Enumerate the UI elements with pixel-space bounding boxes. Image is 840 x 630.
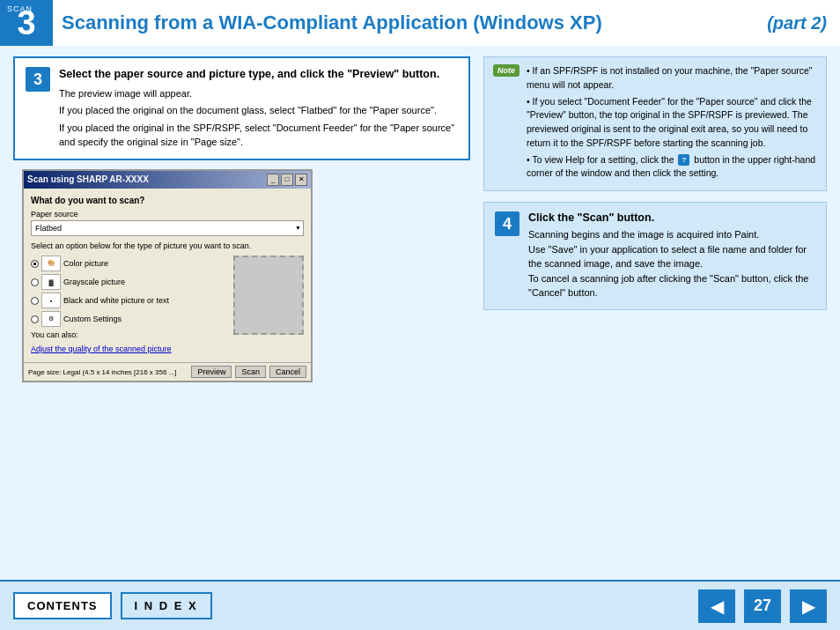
- custom-icon: ⚙: [41, 311, 61, 327]
- scan-options-list: 🎨 Color picture ▓ Grayscale picture ▪ Bl…: [31, 256, 228, 355]
- radio-color[interactable]: [31, 260, 39, 268]
- header-title-area: Scanning from a WIA-Compliant Applicatio…: [53, 0, 840, 46]
- help-icon: ?: [678, 154, 689, 166]
- step3-para2: If you placed the original on the docume…: [59, 103, 458, 118]
- adjust-quality-link[interactable]: Adjust the quality of the scanned pictur…: [31, 345, 172, 353]
- scan-options: 🎨 Color picture ▓ Grayscale picture ▪ Bl…: [31, 256, 304, 355]
- note-bullet-2: If you select "Document Feeder" for the …: [527, 95, 817, 151]
- note-bullet-3: To view Help for a setting, click the ? …: [527, 153, 817, 182]
- screenshot-body: What do you want to scan? Paper source F…: [24, 189, 311, 363]
- step3-para3: If you placed the original in the SPF/RS…: [59, 121, 458, 150]
- win-minimize-btn[interactable]: _: [267, 174, 279, 186]
- step4-badge: 4: [495, 211, 519, 236]
- scan-btn[interactable]: Scan: [235, 366, 266, 378]
- next-page-button[interactable]: ▶: [790, 589, 827, 623]
- note-content: If an SPF/RSPF is not installed on your …: [527, 64, 817, 183]
- step4-para1: Scanning begins and the image is acquire…: [528, 227, 815, 242]
- note-bullet-1: If an SPF/RSPF is not installed on your …: [527, 64, 817, 93]
- chapter-label: SCAN: [7, 4, 33, 13]
- preview-btn[interactable]: Preview: [191, 366, 232, 378]
- left-panel: 3 Select the paper source and picture ty…: [13, 56, 470, 569]
- you-can-also: You can also:: [31, 330, 228, 339]
- step3-box: 3 Select the paper source and picture ty…: [13, 56, 470, 160]
- prev-page-button[interactable]: ◀: [698, 589, 735, 623]
- page-footer: CONTENTS I N D E X ◀ 27 ▶: [0, 580, 840, 630]
- right-panel: Note If an SPF/RSPF is not installed on …: [483, 56, 827, 569]
- paper-source-label: Paper source: [31, 210, 304, 219]
- page-title: Scanning from a WIA-Compliant Applicatio…: [62, 11, 602, 34]
- win-close-btn[interactable]: ✕: [295, 174, 307, 186]
- step3-title: Select the paper source and picture type…: [59, 67, 458, 83]
- note-badge: Note: [493, 64, 519, 77]
- next-arrow-icon: ▶: [802, 596, 815, 617]
- step4-title: Click the "Scan" button.: [528, 211, 815, 224]
- page-size-text: Page size: Legal (4.5 x 14 inches [216 x…: [28, 368, 188, 376]
- option-custom[interactable]: ⚙ Custom Settings: [31, 311, 228, 327]
- index-button[interactable]: I N D E X: [121, 592, 212, 619]
- radio-bw[interactable]: [31, 297, 39, 305]
- option-grayscale[interactable]: ▓ Grayscale picture: [31, 274, 228, 290]
- prev-arrow-icon: ◀: [711, 596, 724, 617]
- option-color-label: Color picture: [63, 259, 108, 268]
- cancel-btn[interactable]: Cancel: [269, 366, 306, 378]
- page-header: SCAN 3 Scanning from a WIA-Compliant App…: [0, 0, 840, 46]
- option-color[interactable]: 🎨 Color picture: [31, 256, 228, 271]
- screenshot-titlebar: Scan using SHARP AR-XXXX _ □ ✕: [24, 171, 311, 189]
- page-number: 27: [744, 589, 781, 623]
- note-box: Note If an SPF/RSPF is not installed on …: [483, 56, 827, 191]
- dropdown-arrow-icon: ▼: [295, 225, 301, 231]
- step4-para2: Use "Save" in your application to select…: [528, 242, 815, 271]
- color-icon: 🎨: [41, 256, 61, 271]
- radio-custom[interactable]: [31, 315, 39, 323]
- option-custom-label: Custom Settings: [63, 315, 122, 323]
- contents-button[interactable]: CONTENTS: [13, 592, 112, 619]
- option-grayscale-label: Grayscale picture: [63, 278, 125, 286]
- step3-badge: 3: [26, 67, 50, 92]
- main-content: 3 Select the paper source and picture ty…: [0, 46, 840, 580]
- step3-para1: The preview image will appear.: [59, 86, 458, 101]
- screenshot-footer: Page size: Legal (4.5 x 14 inches [216 x…: [24, 362, 311, 381]
- screenshot-mockup: Scan using SHARP AR-XXXX _ □ ✕ What do y…: [22, 169, 313, 383]
- chapter-number-box: SCAN 3: [0, 0, 53, 46]
- dropdown-value: Flatbed: [35, 224, 62, 233]
- preview-area: [233, 256, 304, 335]
- option-bw[interactable]: ▪ Black and white picture or text: [31, 293, 228, 308]
- win-maximize-btn[interactable]: □: [281, 174, 293, 186]
- scan-instruction: Select an option below for the type of p…: [31, 241, 304, 252]
- screenshot-title: Scan using SHARP AR-XXXX: [27, 174, 265, 184]
- step4-box: 4 Click the "Scan" button. Scanning begi…: [483, 202, 827, 310]
- grayscale-icon: ▓: [41, 274, 61, 290]
- option-bw-label: Black and white picture or text: [63, 296, 169, 305]
- screenshot-question: What do you want to scan?: [31, 196, 304, 205]
- step4-content: Click the "Scan" button. Scanning begins…: [528, 211, 815, 300]
- page-part: (part 2): [767, 13, 840, 33]
- step4-para3: To cancel a scanning job after clicking …: [528, 271, 815, 300]
- paper-source-dropdown[interactable]: Flatbed ▼: [31, 220, 304, 236]
- radio-grayscale[interactable]: [31, 278, 39, 286]
- step3-content: Select the paper source and picture type…: [59, 67, 458, 150]
- bw-icon: ▪: [41, 293, 61, 308]
